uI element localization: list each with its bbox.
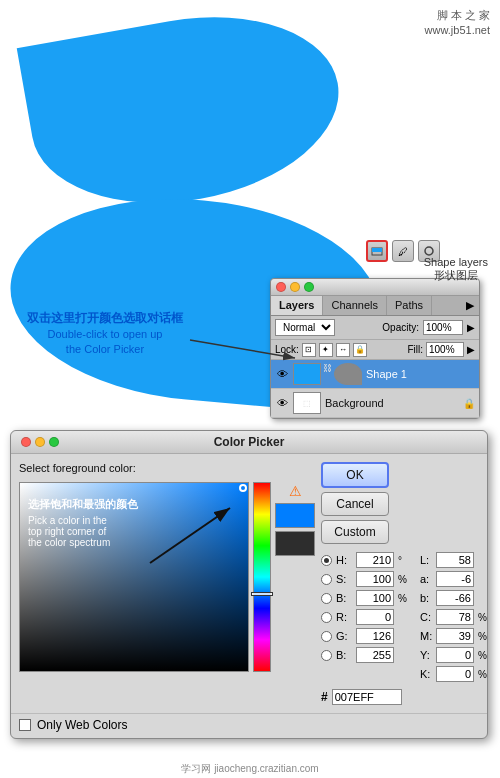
layers-panel-menu[interactable]: ▶ (461, 296, 479, 315)
input-a[interactable] (436, 571, 474, 587)
input-G[interactable] (356, 628, 394, 644)
cp-swatch-new (275, 503, 315, 528)
fill-label: Fill: (407, 344, 423, 355)
input-S[interactable] (356, 571, 394, 587)
input-Y[interactable] (436, 647, 474, 663)
layer-lock-background: 🔒 (463, 398, 475, 409)
radio-Bl[interactable] (321, 650, 332, 661)
shape-layer-btn-2[interactable]: 🖊 (392, 240, 414, 262)
layer-item-background[interactable]: 👁 ⬚ Background 🔒 (271, 389, 479, 418)
label-S: S: (336, 573, 352, 585)
fill-input[interactable] (426, 342, 464, 357)
hex-input[interactable] (332, 689, 402, 705)
radio-G[interactable] (321, 631, 332, 642)
shape-layer-btn-active[interactable] (366, 240, 388, 262)
web-colors-label: Only Web Colors (37, 718, 127, 732)
custom-button[interactable]: Custom (321, 520, 389, 544)
cp-crosshair (239, 484, 247, 492)
cp-inner-annotation: 选择饱和和最强的颜色 Pick a color in the top right… (28, 497, 148, 548)
label-Y: Y: (420, 649, 432, 661)
cp-fields: H: ° L: S: % a: B: (321, 552, 487, 705)
layer-name-background: Background (325, 397, 459, 409)
cp-titlebar: Color Picker (11, 431, 487, 454)
opacity-input[interactable] (423, 320, 463, 335)
label-a: a: (420, 573, 432, 585)
label-H: H: (336, 554, 352, 566)
cp-tl-red[interactable] (21, 437, 31, 447)
input-L[interactable] (436, 552, 474, 568)
cp-left-panel: Select foreground color: 选择饱和和最强的颜色 Pick… (19, 462, 315, 705)
label-M: M: (420, 630, 432, 642)
input-Bl[interactable] (356, 647, 394, 663)
watermark: 脚 本 之 家 www.jb51.net (425, 8, 490, 39)
cp-tl-yellow[interactable] (35, 437, 45, 447)
unit-Y: % (478, 650, 487, 661)
hex-hash: # (321, 690, 328, 704)
unit-H: ° (398, 555, 410, 566)
unit-C: % (478, 612, 487, 623)
tab-paths[interactable]: Paths (387, 296, 432, 315)
label-b: b: (420, 592, 432, 604)
field-row-H: H: ° L: (321, 552, 487, 568)
cp-ann-en1: Pick a color in the (28, 515, 148, 526)
hex-row: # (321, 689, 487, 705)
unit-B: % (398, 593, 410, 604)
visibility-background[interactable]: 👁 (275, 396, 289, 410)
radio-H[interactable] (321, 555, 332, 566)
input-H[interactable] (356, 552, 394, 568)
layer-thumb-container-bg: ⬚ (293, 392, 321, 414)
cp-ann-chinese: 选择饱和和最强的颜色 (28, 497, 148, 512)
input-R[interactable] (356, 609, 394, 625)
label-Bl: B: (336, 649, 352, 661)
radio-B[interactable] (321, 593, 332, 604)
bottom-watermark: 学习网 jiaocheng.crazitian.com (0, 762, 500, 776)
input-b[interactable] (436, 590, 474, 606)
cp-buttons: OK Cancel Custom (321, 462, 487, 544)
radio-R[interactable] (321, 612, 332, 623)
svg-line-4 (190, 340, 295, 358)
cp-footer: Only Web Colors (11, 713, 487, 738)
layers-panel-arrow[interactable]: ▶ (467, 322, 475, 333)
label-G: G: (336, 630, 352, 642)
shape-layers-hint: Shape layers 形状图层 (424, 256, 488, 283)
input-B[interactable] (356, 590, 394, 606)
cp-hue-slider[interactable] (253, 482, 271, 672)
cp-right-panel: OK Cancel Custom H: ° L: S: (321, 462, 487, 705)
ok-button[interactable]: OK (321, 462, 389, 488)
cp-ann-en2: top right corner of (28, 526, 148, 537)
fill-panel-arrow[interactable]: ▶ (467, 344, 475, 355)
cp-title: Color Picker (214, 435, 285, 449)
layer-name-shape1: Shape 1 (366, 368, 475, 380)
unit-M: % (478, 631, 487, 642)
label-K: K: (420, 668, 432, 680)
cp-warning-icon: ⚠ (286, 482, 304, 500)
field-row-R: R: C: % (321, 609, 487, 625)
color-picker-dialog: Color Picker Select foreground color: 选择… (10, 430, 488, 739)
radio-S[interactable] (321, 574, 332, 585)
cp-swatch-old (275, 531, 315, 556)
layer-thumb-bg: ⬚ (293, 392, 321, 414)
cp-select-label: Select foreground color: (19, 462, 315, 474)
svg-point-2 (425, 247, 433, 255)
cp-gradient-box[interactable]: 选择饱和和最强的颜色 Pick a color in the top right… (19, 482, 249, 672)
web-colors-checkbox[interactable] (19, 719, 31, 731)
unit-K: % (478, 669, 487, 680)
label-R: R: (336, 611, 352, 623)
annotation-arrow (0, 270, 360, 390)
cp-titlebar-dots (21, 437, 59, 447)
label-C: C: (420, 611, 432, 623)
field-row-B: B: % b: (321, 590, 487, 606)
cp-body: Select foreground color: 选择饱和和最强的颜色 Pick… (11, 454, 487, 713)
label-B: B: (336, 592, 352, 604)
cancel-button[interactable]: Cancel (321, 492, 389, 516)
field-row-S: S: % a: (321, 571, 487, 587)
cp-swatch-warning: ⚠ (275, 482, 315, 556)
cp-ann-en3: the color spectrum (28, 537, 148, 548)
blue-shape-top (17, 0, 354, 226)
unit-S: % (398, 574, 410, 585)
cp-tl-green[interactable] (49, 437, 59, 447)
input-M[interactable] (436, 628, 474, 644)
field-row-Bl: B: Y: % (321, 647, 487, 663)
input-C[interactable] (436, 609, 474, 625)
input-K[interactable] (436, 666, 474, 682)
